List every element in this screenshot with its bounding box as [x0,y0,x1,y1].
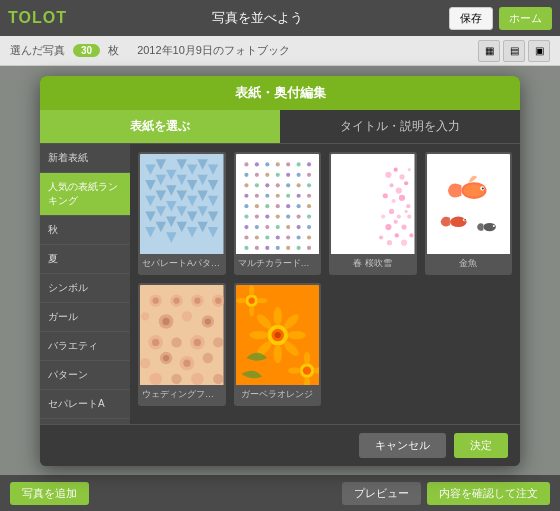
tab-title[interactable]: タイトル・説明を入力 [280,110,520,143]
svg-point-41 [286,162,290,166]
sidebar-item-pattern[interactable]: パターン [40,361,130,390]
svg-point-90 [286,235,290,239]
tab-cover[interactable]: 表紙を選ぶ [40,110,280,143]
sidebar-item-separate-b[interactable]: セパレートB [40,419,130,424]
svg-point-171 [273,344,281,363]
svg-point-52 [254,183,258,187]
svg-point-130 [449,216,466,226]
svg-point-94 [254,245,258,249]
svg-point-152 [171,337,181,347]
confirm-button[interactable]: 決定 [454,433,508,458]
thumb-svg-6 [236,285,320,385]
svg-point-179 [248,297,254,303]
cover-label-3: 春 桜吹雪 [331,254,415,273]
svg-point-49 [296,172,300,176]
cover-item-5[interactable]: ウェディングフラワー１ [138,283,226,406]
save-button[interactable]: 保存 [449,7,493,30]
svg-point-77 [296,214,300,218]
cover-item-2[interactable]: マルチカラードット [234,152,322,275]
svg-point-127 [463,184,484,197]
svg-point-120 [379,235,383,239]
svg-point-118 [401,224,406,229]
add-photo-button[interactable]: 写真を追加 [10,482,89,505]
cover-thumb-2 [236,154,320,254]
preview-button[interactable]: プレビュー [342,482,421,505]
svg-point-144 [141,312,149,320]
thumb-svg-5 [140,285,224,385]
sidebar-item-autumn[interactable]: 秋 [40,216,130,245]
svg-point-109 [392,198,396,202]
header-title: 写真を並べよう [212,9,303,27]
svg-point-55 [286,183,290,187]
svg-point-180 [249,285,254,295]
modal-body: 新着表紙 人気の表紙ランキング 秋 夏 シンボル ガール バラエティ パターン … [40,144,520,424]
svg-point-129 [481,187,483,189]
svg-point-72 [244,214,248,218]
svg-point-65 [244,204,248,208]
thumb-svg-1 [140,154,224,254]
sidebar-item-symbol[interactable]: シンボル [40,274,130,303]
svg-point-71 [306,204,310,208]
svg-point-122 [395,233,399,237]
svg-point-57 [306,183,310,187]
svg-point-160 [183,359,190,366]
svg-point-111 [406,204,410,208]
cancel-button[interactable]: キャンセル [359,433,446,458]
svg-point-44 [244,172,248,176]
svg-point-182 [236,298,246,303]
svg-point-162 [149,372,162,385]
svg-rect-125 [427,154,510,254]
svg-point-47 [275,172,279,176]
svg-point-38 [254,162,258,166]
svg-point-73 [254,214,258,218]
svg-point-58 [244,193,248,197]
subtitle-bar: 選んだ写真 30 枚 2012年10月9日のフォトブック ▦ ▤ ▣ [0,36,560,66]
sidebar-item-separate-a[interactable]: セパレートA [40,390,130,419]
sidebar-item-popular[interactable]: 人気の表紙ランキング [40,173,130,216]
svg-point-98 [296,245,300,249]
view-list-button[interactable]: ▤ [503,40,525,62]
thumb-svg-2 [236,154,320,254]
cover-item-3[interactable]: 春 桜吹雪 [329,152,417,275]
svg-point-64 [306,193,310,197]
svg-point-154 [194,338,201,345]
sidebar-item-new[interactable]: 新着表紙 [40,144,130,173]
svg-point-156 [140,358,150,368]
svg-point-112 [389,208,394,213]
sidebar-item-summer[interactable]: 夏 [40,245,130,274]
svg-point-74 [265,214,269,218]
svg-point-62 [286,193,290,197]
svg-point-67 [265,204,269,208]
thumb-svg-4 [427,154,511,254]
svg-point-104 [389,183,393,187]
view-grid-button[interactable]: ▦ [478,40,500,62]
svg-point-124 [409,233,413,237]
modal-footer: キャンセル 決定 [40,424,520,466]
svg-point-84 [296,224,300,228]
bottom-bar: 写真を追加 プレビュー 内容を確認して注文 [0,475,560,511]
bottom-right-actions: プレビュー 内容を確認して注文 [342,482,550,505]
svg-point-40 [275,162,279,166]
cover-thumb-5 [140,285,224,385]
svg-point-76 [286,214,290,218]
main-content: 表紙・奥付編集 表紙を選ぶ タイトル・説明を入力 新着表紙 人気の表紙ランキング… [0,66,560,475]
svg-point-151 [152,338,159,345]
svg-point-85 [306,224,310,228]
sidebar-item-girl[interactable]: ガール [40,303,130,332]
cover-item-1[interactable]: セパレートAパターン１ [138,152,226,275]
cover-item-4[interactable]: 金魚 [425,152,513,275]
order-button[interactable]: 内容を確認して注文 [427,482,550,505]
svg-point-50 [306,172,310,176]
svg-point-92 [306,235,310,239]
svg-point-88 [265,235,269,239]
svg-point-163 [171,373,181,383]
cover-item-6[interactable]: ガーベラオレンジ [234,283,322,406]
svg-rect-100 [331,154,414,254]
sidebar-item-variety[interactable]: バラエティ [40,332,130,361]
view-icons: ▦ ▤ ▣ [478,40,550,62]
svg-point-45 [254,172,258,176]
svg-point-170 [273,307,281,326]
svg-point-91 [296,235,300,239]
view-single-button[interactable]: ▣ [528,40,550,62]
home-button[interactable]: ホーム [499,7,552,30]
